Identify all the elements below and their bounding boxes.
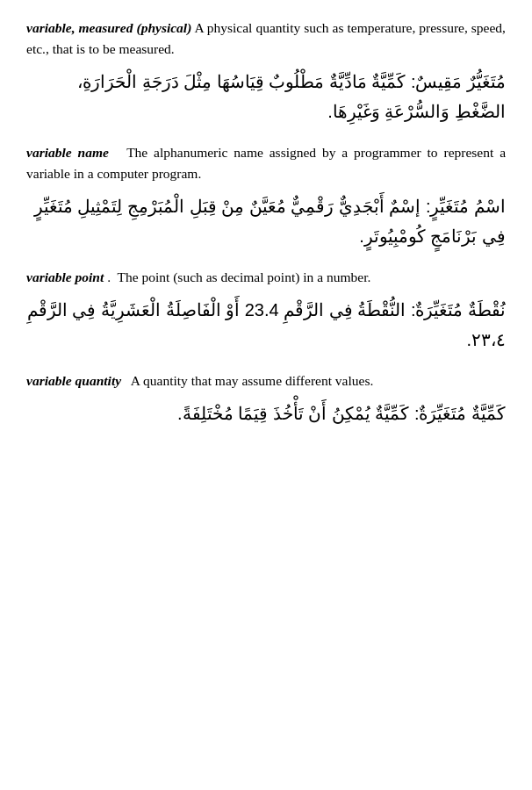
entry-variable-measured: variable, measured (physical) A physical… <box>26 18 506 126</box>
entry-variable-quantity-english: variable quantity A quantity that may as… <box>26 370 506 391</box>
entry-variable-quantity: variable quantity A quantity that may as… <box>26 370 506 428</box>
entry-variable-name-title: variable name <box>26 145 109 160</box>
entry-variable-name: variable name The alphanumeric name assi… <box>26 142 506 251</box>
entry-variable-quantity-arabic: كَمِّيَّةٌ مُتَغَيِّرَةٌ: كَمِّيَّةٌ يُم… <box>26 399 506 428</box>
entry-variable-measured-title: variable, measured (physical) <box>26 20 191 35</box>
entry-variable-quantity-title: variable quantity <box>26 373 121 388</box>
entry-variable-measured-english: variable, measured (physical) A physical… <box>26 18 506 60</box>
entry-variable-quantity-body: A quantity that may assume different val… <box>125 373 373 388</box>
dictionary-page: variable, measured (physical) A physical… <box>26 18 506 428</box>
entry-variable-name-english: variable name The alphanumeric name assi… <box>26 142 506 184</box>
entry-variable-measured-arabic: مُتَغَيُّرٌ مَقِيسٌ: كَمِّيَّةٌ مَادِّيَ… <box>26 67 506 126</box>
entry-variable-point-body: . The point (such as decimal point) in a… <box>107 269 370 284</box>
entry-variable-point-english: variable point . The point (such as deci… <box>26 267 506 288</box>
entry-variable-name-arabic: اسْمُ مُتَغَيِّرٍ: إسْمٌ أَبْجَدِيٌّ رَق… <box>26 191 506 251</box>
entry-variable-point-title: variable point <box>26 269 104 284</box>
entry-variable-point: variable point . The point (such as deci… <box>26 267 506 355</box>
entry-variable-point-arabic: نُقْطَةٌ مُتَغَيِّرَةٌ: النُّقْطَةُ فِي … <box>26 295 506 355</box>
